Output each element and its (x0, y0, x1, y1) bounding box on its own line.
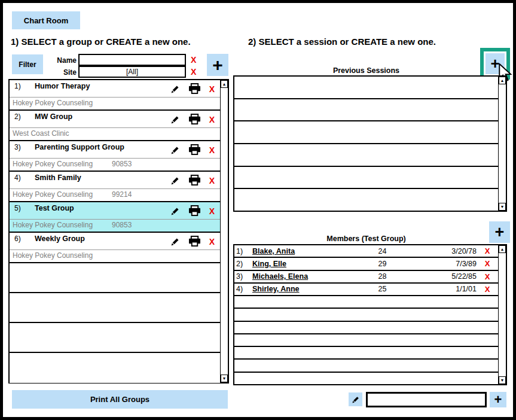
member-age: 24 (351, 247, 414, 255)
group-number: 1) (14, 82, 21, 90)
member-row[interactable]: 4) Shirley, Anne 25 1/1/01 X (234, 284, 498, 296)
empty-group-slot[interactable] (10, 323, 220, 353)
member-age: 28 (351, 272, 414, 281)
edit-group-icon[interactable] (170, 206, 180, 216)
clear-site-x[interactable]: X (191, 68, 196, 76)
empty-group-slot[interactable] (10, 263, 220, 293)
session-slot[interactable] (234, 144, 498, 167)
group-name[interactable]: Smith Family (35, 174, 81, 182)
delete-member-x[interactable]: X (477, 285, 498, 294)
member-row[interactable]: 3) Michaels, Elena 28 5/22/85 X (234, 271, 498, 284)
empty-member-slot[interactable] (234, 334, 498, 347)
edit-group-icon[interactable] (170, 115, 180, 124)
scroll-down-icon[interactable]: ▼ (499, 376, 506, 384)
group-row[interactable]: 3) Parenting Support Group X Hokey Pokey… (10, 141, 220, 172)
group-site: Hokey Pokey Counseling (13, 99, 93, 107)
print-group-icon[interactable] (188, 144, 201, 156)
scroll-down-icon[interactable]: ▼ (499, 203, 506, 211)
edit-group-icon[interactable] (170, 84, 180, 94)
empty-member-slot[interactable] (234, 322, 498, 334)
delete-group-x[interactable]: X (209, 207, 215, 215)
group-name[interactable]: Humor Therapy (35, 82, 90, 90)
name-filter-input[interactable] (78, 54, 186, 66)
member-dob: 7/3/89 (414, 260, 477, 268)
chart-room-button[interactable]: Chart Room (12, 11, 80, 29)
edit-group-icon[interactable] (170, 237, 180, 246)
site-label: Site (39, 68, 77, 77)
print-all-groups-button[interactable]: Print All Groups (12, 390, 228, 409)
member-name-link[interactable]: Michaels, Elena (252, 272, 351, 281)
edit-group-icon[interactable] (170, 145, 180, 155)
empty-member-slot[interactable] (234, 373, 498, 384)
sessions-scrollbar[interactable]: ▲ ▼ (498, 77, 506, 211)
delete-member-x[interactable]: X (477, 259, 498, 268)
group-number: 6) (14, 235, 21, 243)
quick-add-input[interactable] (366, 392, 487, 407)
delete-member-x[interactable]: X (477, 246, 498, 255)
group-name[interactable]: Weekly Group (35, 235, 85, 243)
group-code: 90853 (112, 220, 132, 231)
session-slot[interactable] (234, 121, 498, 144)
previous-sessions-title: Previous Sessions (233, 66, 499, 75)
delete-group-x[interactable]: X (209, 238, 215, 246)
site-filter-input[interactable] (78, 66, 186, 78)
scroll-up-icon[interactable]: ▲ (221, 80, 228, 88)
empty-member-slot[interactable] (234, 296, 498, 309)
member-number: 2) (234, 260, 252, 268)
group-code: 99214 (112, 189, 132, 200)
group-row[interactable]: 6) Weekly Group X Hokey Pokey Counseling (10, 233, 220, 263)
members-title: Members (Test Group) (233, 235, 499, 243)
print-group-icon[interactable] (188, 236, 201, 247)
member-number: 3) (234, 272, 252, 281)
delete-group-x[interactable]: X (209, 115, 215, 124)
add-group-button[interactable]: + (207, 54, 228, 76)
delete-group-x[interactable]: X (209, 146, 215, 154)
group-site: Hokey Pokey Counseling (13, 221, 93, 229)
scroll-down-icon[interactable]: ▼ (221, 375, 228, 382)
member-dob: 1/1/01 (414, 285, 477, 293)
group-site: Hokey Pokey Counseling (13, 190, 93, 199)
left-panel-heading: 1) SELECT a group or CREATE a new one. (11, 36, 191, 47)
clear-name-x[interactable]: X (191, 56, 196, 64)
scroll-up-icon[interactable]: ▲ (499, 245, 506, 253)
session-slot[interactable] (234, 99, 498, 122)
member-name-link[interactable]: King, Elle (252, 260, 351, 268)
member-rows: 1) Blake, Anita 24 3/20/78 X 2) King, El… (234, 245, 498, 384)
delete-member-x[interactable]: X (477, 272, 498, 281)
print-group-icon[interactable] (188, 175, 201, 186)
session-slot[interactable] (234, 167, 498, 190)
sessions-list: ▲ ▼ (233, 75, 507, 212)
print-group-icon[interactable] (188, 205, 201, 217)
member-row[interactable]: 1) Blake, Anita 24 3/20/78 X (234, 245, 498, 258)
edit-note-button[interactable] (349, 392, 362, 406)
group-row[interactable]: 4) Smith Family X Hokey Pokey Counseling… (10, 172, 220, 202)
empty-member-slot[interactable] (234, 360, 498, 372)
group-row[interactable]: 2) MW Group X West Coast Clinic (10, 111, 220, 141)
empty-group-slot[interactable] (10, 353, 220, 383)
name-label: Name (39, 56, 77, 65)
group-site: Hokey Pokey Counseling (13, 160, 93, 168)
empty-group-slot[interactable] (10, 293, 220, 323)
group-site: Hokey Pokey Counseling (13, 251, 93, 260)
group-name[interactable]: MW Group (35, 112, 72, 121)
group-list-scrollbar[interactable]: ▲ ▼ (220, 80, 228, 382)
scroll-up-icon[interactable]: ▲ (499, 77, 506, 84)
group-row-selected[interactable]: 5) Test Group X Hokey Pokey Counseling90… (10, 202, 220, 233)
member-name-link[interactable]: Shirley, Anne (252, 285, 351, 293)
member-name-link[interactable]: Blake, Anita (252, 247, 351, 255)
session-slot[interactable] (234, 189, 498, 211)
group-name[interactable]: Parenting Support Group (35, 143, 124, 151)
print-group-icon[interactable] (188, 114, 201, 125)
group-row[interactable]: 1) Humor Therapy X Hokey Pokey Counselin… (10, 80, 220, 111)
delete-group-x[interactable]: X (209, 176, 215, 185)
empty-member-slot[interactable] (234, 347, 498, 360)
member-row[interactable]: 2) King, Elle 29 7/3/89 X (234, 258, 498, 270)
empty-member-slot[interactable] (234, 309, 498, 321)
quick-add-button[interactable]: + (490, 392, 506, 407)
members-scrollbar[interactable]: ▲ ▼ (498, 245, 506, 384)
delete-group-x[interactable]: X (209, 85, 215, 93)
session-slot[interactable] (234, 77, 498, 99)
print-group-icon[interactable] (188, 83, 201, 95)
edit-group-icon[interactable] (170, 176, 180, 185)
group-name[interactable]: Test Group (35, 204, 74, 212)
